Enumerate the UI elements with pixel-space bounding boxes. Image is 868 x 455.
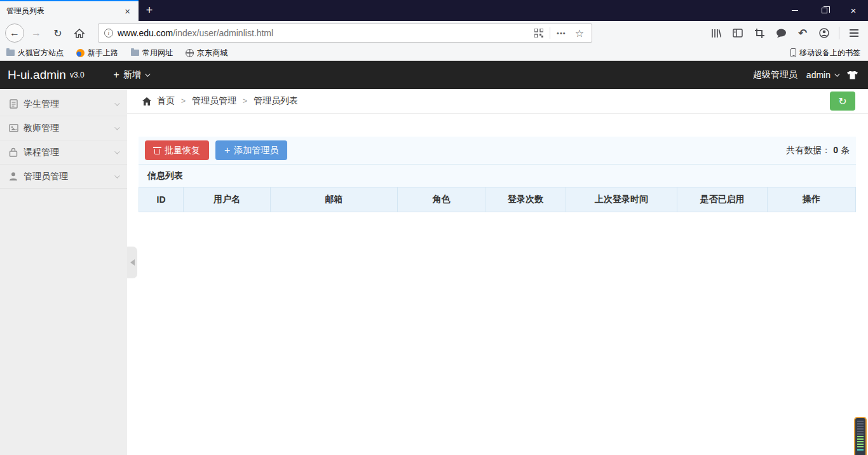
- back-button[interactable]: ←: [5, 24, 24, 43]
- window-controls: ×: [780, 0, 868, 21]
- sidebar-item-courses[interactable]: 课程管理: [0, 140, 127, 165]
- restore-button[interactable]: [810, 0, 839, 21]
- brand-version: v3.0: [70, 71, 85, 79]
- column-header-last-login: 上次登录时间: [566, 187, 677, 212]
- sidebar-collapse-handle[interactable]: [127, 247, 137, 278]
- sidebar-item-label: 教师管理: [24, 123, 114, 134]
- nav-buttons: ← → ↻: [5, 24, 89, 43]
- app-body: 学生管理 教师管理: [0, 89, 868, 455]
- header-add-label: 新增: [123, 69, 141, 81]
- batch-restore-button[interactable]: 批量恢复: [145, 140, 209, 160]
- student-icon: [8, 99, 18, 109]
- breadcrumb-admin-management[interactable]: 管理员管理: [192, 95, 236, 107]
- bookmark-star-icon[interactable]: ☆: [571, 27, 588, 39]
- header-add-dropdown[interactable]: + 新增: [114, 69, 149, 81]
- bookmark-folder-common-sites[interactable]: 常用网址: [131, 48, 173, 58]
- url-text[interactable]: www.edu.com/index/user/adminlist.html: [118, 28, 531, 38]
- folder-icon: [131, 50, 139, 56]
- admin-app: H-ui.admin v3.0 + 新增 超级管理员 admin: [0, 61, 868, 455]
- sidebar-item-students[interactable]: 学生管理: [0, 92, 127, 116]
- bookmark-jd-mall[interactable]: 京东商城: [186, 48, 227, 58]
- theme-skin-icon[interactable]: [847, 71, 858, 79]
- home-button[interactable]: [70, 24, 89, 43]
- minimize-button[interactable]: [780, 0, 810, 21]
- site-info-icon[interactable]: i: [104, 29, 113, 37]
- account-button[interactable]: [815, 24, 833, 42]
- browser-tab-active[interactable]: 管理员列表 ×: [0, 0, 139, 21]
- screenshot-button[interactable]: [750, 24, 768, 42]
- folder-icon: [6, 50, 15, 56]
- user-dropdown[interactable]: admin: [806, 70, 838, 80]
- reload-button[interactable]: ↻: [48, 24, 67, 43]
- table-toolbar: 批量恢复 + 添加管理员 共有数据：0条: [139, 137, 856, 164]
- teacher-icon: [8, 123, 18, 133]
- qr-code-icon[interactable]: [531, 29, 547, 37]
- record-count-value: 0: [833, 145, 838, 155]
- chat-button[interactable]: [772, 24, 790, 42]
- breadcrumb-separator: >: [243, 97, 247, 105]
- urlbar-divider: [550, 27, 550, 39]
- sidebar: 学生管理 教师管理: [0, 89, 127, 455]
- mobile-bookmarks-label: 移动设备上的书签: [799, 48, 860, 58]
- sidebar-item-teachers[interactable]: 教师管理: [0, 116, 127, 140]
- urlbar-actions: ••• ☆: [531, 27, 588, 39]
- sidebar-item-admins[interactable]: 管理员管理: [0, 165, 127, 189]
- widget-gray-bars: [857, 421, 864, 436]
- input-method-widget[interactable]: [854, 417, 867, 455]
- breadcrumb-admin-list: 管理员列表: [254, 95, 298, 107]
- record-count-prefix: 共有数据：: [786, 145, 831, 155]
- breadcrumb-home[interactable]: 首页: [157, 95, 175, 107]
- add-admin-label: 添加管理员: [234, 145, 278, 156]
- refresh-button[interactable]: ↻: [830, 92, 855, 111]
- column-header-role: 角色: [398, 187, 485, 212]
- sidebar-item-label: 管理员管理: [24, 171, 114, 182]
- header-user-area: 超级管理员 admin: [753, 69, 858, 81]
- toolbar-divider: [839, 27, 839, 39]
- browser-tab-bar: 管理员列表 × + ×: [0, 0, 868, 21]
- app-header: H-ui.admin v3.0 + 新增 超级管理员 admin: [0, 61, 868, 89]
- url-bar[interactable]: i www.edu.com/index/user/adminlist.html …: [98, 24, 592, 43]
- chevron-down-icon: [145, 71, 150, 76]
- page-actions-icon[interactable]: •••: [553, 29, 570, 37]
- triangle-left-icon: [130, 259, 135, 266]
- breadcrumb-separator: >: [181, 97, 186, 105]
- menu-button[interactable]: [845, 24, 863, 42]
- restore-icon: [822, 8, 827, 13]
- undo-button[interactable]: ↶: [794, 24, 811, 42]
- brand-logo[interactable]: H-ui.admin: [8, 68, 66, 82]
- tab-close-icon[interactable]: ×: [121, 5, 133, 17]
- batch-restore-label: 批量恢复: [165, 145, 200, 156]
- column-header-username: 用户名: [184, 187, 271, 212]
- chevron-down-icon: [114, 125, 119, 130]
- add-admin-button[interactable]: + 添加管理员: [215, 140, 287, 160]
- mobile-device-icon: [790, 48, 796, 57]
- admin-user-icon: [8, 172, 18, 182]
- home-icon: [142, 97, 151, 105]
- library-button[interactable]: [707, 24, 725, 42]
- plus-icon: +: [114, 69, 119, 81]
- forward-button[interactable]: →: [27, 24, 46, 43]
- globe-icon: [186, 49, 194, 57]
- panel-title: 信息列表: [139, 164, 856, 187]
- tab-title: 管理员列表: [6, 6, 121, 17]
- new-tab-button[interactable]: +: [139, 0, 160, 21]
- column-header-actions: 操作: [768, 187, 856, 212]
- mobile-bookmarks[interactable]: 移动设备上的书签: [790, 48, 860, 58]
- bookmark-getting-started[interactable]: 新手上路: [76, 48, 118, 58]
- chevron-down-icon: [114, 173, 119, 178]
- sidebar-toggle-button[interactable]: [729, 24, 747, 42]
- trash-icon: [154, 146, 161, 154]
- column-header-email: 邮箱: [271, 187, 398, 212]
- sidebar-icon: [733, 29, 743, 37]
- bookmark-label: 新手上路: [88, 48, 118, 58]
- close-button[interactable]: ×: [839, 0, 868, 21]
- record-count: 共有数据：0条: [786, 145, 850, 156]
- home-icon: [74, 29, 85, 38]
- username: admin: [806, 70, 831, 80]
- toolbar-icons: ↶: [707, 24, 863, 42]
- account-icon: [819, 28, 829, 38]
- table-header-row: ID 用户名 邮箱 角色 登录次数 上次登录时间 是否已启用 操作: [139, 187, 856, 212]
- firefox-icon: [76, 49, 85, 57]
- breadcrumb: 首页 > 管理员管理 > 管理员列表 ↻: [127, 89, 868, 114]
- bookmark-folder-firefox-official[interactable]: 火狐官方站点: [6, 48, 64, 58]
